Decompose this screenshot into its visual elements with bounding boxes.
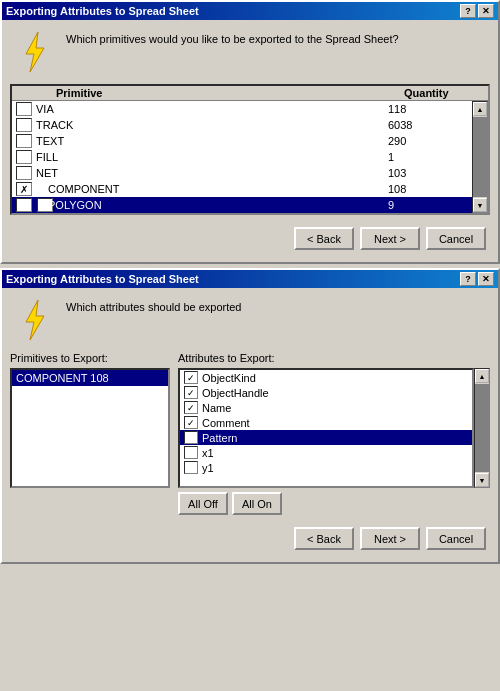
row-checkbox[interactable] — [16, 150, 36, 164]
row-checkbox[interactable] — [16, 134, 36, 148]
dialog1-content: Which primitives would you like to be ex… — [2, 20, 498, 262]
two-panel: Primitives to Export: COMPONENT 108 Attr… — [10, 352, 490, 515]
attribute-item[interactable]: ObjectHandle — [180, 385, 472, 400]
dialog1-titlebar: Exporting Attributes to Spread Sheet ? ✕ — [2, 2, 498, 20]
svg-marker-0 — [26, 32, 44, 72]
row-name: COMPONENT — [48, 183, 388, 195]
attr-checkbox[interactable] — [184, 386, 198, 399]
row-checkbox[interactable] — [16, 118, 36, 132]
row-checkbox[interactable] — [16, 166, 36, 180]
attr-label: y1 — [202, 462, 214, 474]
attr-label: Name — [202, 402, 231, 414]
cancel-button-2[interactable]: Cancel — [426, 527, 486, 550]
attributes-label: Attributes to Export: — [178, 352, 490, 364]
next-button-1[interactable]: Next > — [360, 227, 420, 250]
attr-label: Comment — [202, 417, 250, 429]
scroll-down[interactable]: ▼ — [473, 198, 487, 212]
row-quantity: 118 — [388, 103, 468, 115]
dialog1-question: Which primitives would you like to be ex… — [66, 28, 490, 47]
back-button-1[interactable]: < Back — [294, 227, 354, 250]
close-button-2[interactable]: ✕ — [478, 272, 494, 286]
checkbox[interactable] — [16, 118, 32, 132]
cancel-button-1[interactable]: Cancel — [426, 227, 486, 250]
lightning-icon-2 — [10, 296, 58, 344]
attr-label: ObjectHandle — [202, 387, 269, 399]
all-buttons: All Off All On — [178, 492, 490, 515]
table-row[interactable]: POLYGON9 — [12, 197, 472, 213]
table-header: Primitive Quantity — [12, 86, 488, 101]
dialog1-header: Which primitives would you like to be ex… — [10, 28, 490, 76]
close-button-1[interactable]: ✕ — [478, 4, 494, 18]
row-checkbox[interactable] — [16, 198, 48, 212]
checkbox[interactable] — [16, 134, 32, 148]
next-button-2[interactable]: Next > — [360, 527, 420, 550]
dialog2-buttons: < Back Next > Cancel — [10, 523, 490, 554]
col-quantity: Quantity — [404, 87, 484, 99]
dialog1-buttons: < Back Next > Cancel — [10, 223, 490, 254]
table-row[interactable]: COMPONENT108 — [12, 181, 472, 197]
attribute-item[interactable]: Pattern — [180, 430, 472, 445]
checkbox[interactable] — [16, 150, 32, 164]
primitives-label: Primitives to Export: — [10, 352, 170, 364]
attr-checkbox[interactable] — [184, 371, 198, 384]
lightning-icon-1 — [10, 28, 58, 76]
table-row[interactable]: FILL1 — [12, 149, 472, 165]
table-row[interactable]: TEXT290 — [12, 133, 472, 149]
titlebar-buttons-2: ? ✕ — [460, 272, 494, 286]
col-primitive: Primitive — [16, 87, 404, 99]
titlebar-buttons-1: ? ✕ — [460, 4, 494, 18]
row-name: TRACK — [36, 119, 388, 131]
table-row[interactable]: NET103 — [12, 165, 472, 181]
dialog2-header: Which attributes should be exported — [10, 296, 490, 344]
dialog1-title: Exporting Attributes to Spread Sheet — [6, 5, 199, 17]
checkbox[interactable] — [16, 182, 32, 196]
attr-checkbox[interactable] — [184, 431, 198, 444]
dialog2-question: Which attributes should be exported — [66, 296, 490, 315]
row-name: NET — [36, 167, 388, 179]
attr-label: Pattern — [202, 432, 237, 444]
table-row[interactable]: TRACK6038 — [12, 117, 472, 133]
attribute-item[interactable]: x1 — [180, 445, 472, 460]
checkbox[interactable] — [16, 102, 32, 116]
checkbox[interactable] — [16, 198, 32, 212]
all-on-button[interactable]: All On — [232, 492, 282, 515]
attr-checkbox[interactable] — [184, 461, 198, 474]
attr-scroll-down[interactable]: ▼ — [475, 473, 489, 487]
scroll-up[interactable]: ▲ — [473, 102, 487, 116]
row-quantity: 103 — [388, 167, 468, 179]
back-button-2[interactable]: < Back — [294, 527, 354, 550]
table-body: VIA118TRACK6038TEXT290FILL1NET103COMPONE… — [12, 101, 472, 213]
attr-checkbox[interactable] — [184, 416, 198, 429]
attr-scrollbar[interactable]: ▲ ▼ — [474, 368, 490, 488]
attr-label: x1 — [202, 447, 214, 459]
table-row[interactable]: VIA118 — [12, 101, 472, 117]
primitive-item[interactable]: COMPONENT 108 — [12, 370, 168, 386]
attr-checkbox[interactable] — [184, 446, 198, 459]
dialog2-content: Which attributes should be exported Prim… — [2, 288, 498, 562]
row-checkbox[interactable] — [16, 102, 36, 116]
attribute-item[interactable]: y1 — [180, 460, 472, 475]
row-quantity: 108 — [388, 183, 468, 195]
row-quantity: 6038 — [388, 119, 468, 131]
primitives-table: Primitive Quantity VIA118TRACK6038TEXT29… — [10, 84, 490, 215]
row-quantity: 1 — [388, 151, 468, 163]
dialog2-title: Exporting Attributes to Spread Sheet — [6, 273, 199, 285]
attr-scroll-up[interactable]: ▲ — [475, 369, 489, 383]
attribute-item[interactable]: ObjectKind — [180, 370, 472, 385]
attribute-item[interactable]: Comment — [180, 415, 472, 430]
row-name: TEXT — [36, 135, 388, 147]
attr-label: ObjectKind — [202, 372, 256, 384]
scroll-thumb[interactable] — [473, 117, 487, 197]
attr-scroll-thumb[interactable] — [475, 384, 489, 472]
all-off-button[interactable]: All Off — [178, 492, 228, 515]
checkbox[interactable] — [16, 166, 32, 180]
svg-marker-1 — [26, 300, 44, 340]
left-panel: Primitives to Export: COMPONENT 108 — [10, 352, 170, 515]
row-checkbox[interactable] — [16, 182, 48, 196]
right-panel: Attributes to Export: ObjectKindObjectHa… — [178, 352, 490, 515]
help-button-1[interactable]: ? — [460, 4, 476, 18]
table-scrollbar[interactable]: ▲ ▼ — [472, 101, 488, 213]
attribute-item[interactable]: Name — [180, 400, 472, 415]
help-button-2[interactable]: ? — [460, 272, 476, 286]
attr-checkbox[interactable] — [184, 401, 198, 414]
